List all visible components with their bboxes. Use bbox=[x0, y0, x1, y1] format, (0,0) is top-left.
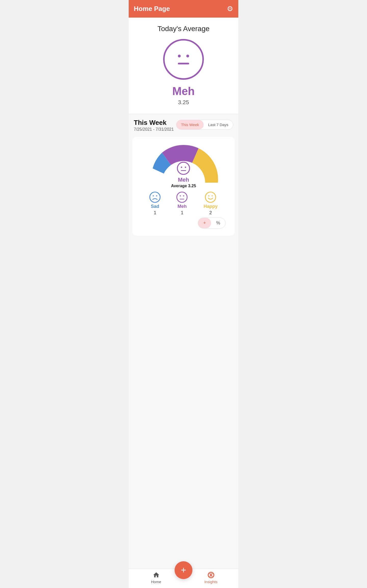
svg-point-6 bbox=[185, 166, 186, 168]
week-header: This Week 7/25/2021 - 7/31/2021 This Wee… bbox=[129, 114, 238, 134]
fab-plus-icon: + bbox=[181, 565, 186, 576]
svg-point-4 bbox=[177, 162, 190, 174]
svg-point-16 bbox=[208, 195, 209, 196]
home-nav-label: Home bbox=[151, 580, 161, 584]
insights-nav-label: Insights bbox=[204, 580, 218, 584]
legend-item-meh: Meh 1 bbox=[176, 192, 188, 216]
legend-meh-label: Meh bbox=[177, 204, 187, 209]
center-face: Meh Average 3.25 bbox=[171, 162, 196, 188]
svg-point-5 bbox=[181, 166, 182, 168]
today-face-circle bbox=[163, 39, 204, 80]
nav-item-home[interactable]: Home bbox=[146, 571, 166, 584]
week-title-block: This Week 7/25/2021 - 7/31/2021 bbox=[134, 119, 174, 132]
today-title: Today's Average bbox=[158, 25, 209, 33]
percent-button[interactable]: % bbox=[211, 218, 225, 228]
bottom-nav: Home + Insights bbox=[129, 569, 238, 588]
today-mood-label: Meh bbox=[172, 85, 195, 98]
count-toggle-row: + % bbox=[136, 216, 231, 229]
today-card: Today's Average Meh 3.25 bbox=[129, 18, 238, 114]
week-toggle: This Week Last 7 Days bbox=[176, 120, 233, 130]
svg-point-12 bbox=[180, 195, 181, 196]
legend-happy-count: 2 bbox=[209, 210, 212, 216]
svg-point-9 bbox=[153, 195, 154, 196]
fab-add-button[interactable]: + bbox=[175, 561, 192, 579]
svg-point-13 bbox=[183, 195, 184, 196]
gear-icon[interactable]: ⚙ bbox=[227, 5, 233, 13]
semicircle-chart: Meh Average 3.25 bbox=[143, 142, 224, 186]
svg-point-22 bbox=[211, 574, 212, 575]
svg-point-21 bbox=[210, 574, 212, 576]
legend-item-happy: Happy 2 bbox=[204, 192, 218, 216]
svg-point-0 bbox=[178, 55, 181, 57]
legend-row: Sad 1 Meh 1 bbox=[136, 192, 231, 216]
svg-point-8 bbox=[150, 192, 160, 202]
header-title: Home Page bbox=[134, 5, 170, 13]
center-avg: Average 3.25 bbox=[171, 183, 196, 188]
insights-icon bbox=[207, 571, 215, 579]
legend-sad-count: 1 bbox=[154, 210, 156, 216]
today-mood-score: 3.25 bbox=[178, 99, 189, 106]
happy-face-icon bbox=[205, 192, 216, 203]
center-mood-label: Meh bbox=[178, 176, 189, 183]
count-button[interactable]: + bbox=[198, 218, 211, 228]
center-face-svg bbox=[177, 162, 190, 175]
sad-face-icon bbox=[149, 192, 161, 203]
week-title: This Week bbox=[134, 119, 174, 127]
chart-container: Meh Average 3.25 Sad 1 bbox=[132, 137, 235, 236]
svg-rect-2 bbox=[178, 63, 189, 64]
legend-sad-label: Sad bbox=[151, 204, 159, 209]
svg-point-17 bbox=[212, 195, 213, 196]
svg-point-1 bbox=[186, 55, 189, 57]
legend-happy-label: Happy bbox=[204, 204, 218, 209]
this-week-button[interactable]: This Week bbox=[176, 120, 204, 129]
last-7-days-button[interactable]: Last 7 Days bbox=[204, 120, 233, 129]
week-section: This Week 7/25/2021 - 7/31/2021 This Wee… bbox=[129, 114, 238, 569]
count-toggle: + % bbox=[198, 218, 226, 229]
meh-face-icon bbox=[176, 192, 188, 203]
home-icon bbox=[153, 571, 160, 579]
header: Home Page ⚙ bbox=[129, 0, 238, 18]
legend-meh-count: 1 bbox=[181, 210, 183, 216]
nav-item-insights[interactable]: Insights bbox=[201, 571, 221, 584]
svg-point-15 bbox=[205, 192, 216, 202]
svg-point-10 bbox=[156, 195, 157, 196]
week-dates: 7/25/2021 - 7/31/2021 bbox=[134, 127, 174, 132]
today-face-svg bbox=[169, 45, 198, 73]
legend-item-sad: Sad 1 bbox=[149, 192, 161, 216]
svg-rect-7 bbox=[181, 170, 186, 171]
svg-point-11 bbox=[177, 192, 187, 202]
svg-rect-14 bbox=[180, 199, 185, 199]
